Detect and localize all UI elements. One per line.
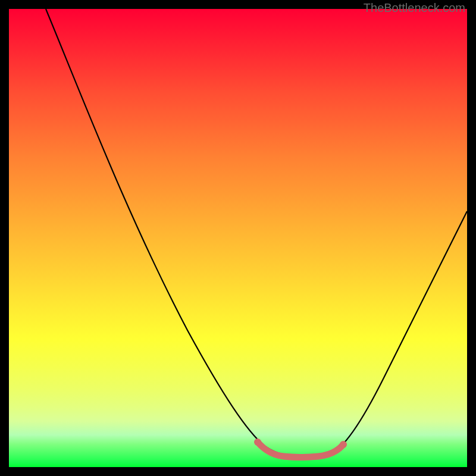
bottleneck-chart [9, 9, 467, 467]
bottleneck-curve-line [46, 9, 467, 456]
optimal-zone-start-dot [254, 439, 261, 446]
optimal-zone-end-dot [340, 441, 347, 448]
optimal-zone-highlight [258, 442, 343, 458]
watermark-text: TheBottleneck.com [364, 1, 465, 15]
